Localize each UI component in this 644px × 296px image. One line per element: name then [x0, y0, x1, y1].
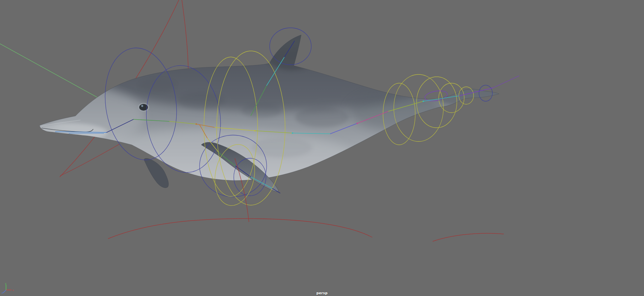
camera-label: persp [316, 291, 327, 295]
viewport-3d-persp[interactable]: persp x y z [0, 0, 644, 296]
axis-y-label: y [5, 283, 6, 285]
axis-x-label: x [12, 289, 14, 292]
axis-z-line [3, 290, 6, 293]
dolphin-eye [138, 103, 149, 112]
viewport-canvas[interactable] [0, 0, 644, 296]
axis-gizmo[interactable]: x y z [1, 283, 17, 294]
axis-z-label: z [2, 292, 3, 294]
